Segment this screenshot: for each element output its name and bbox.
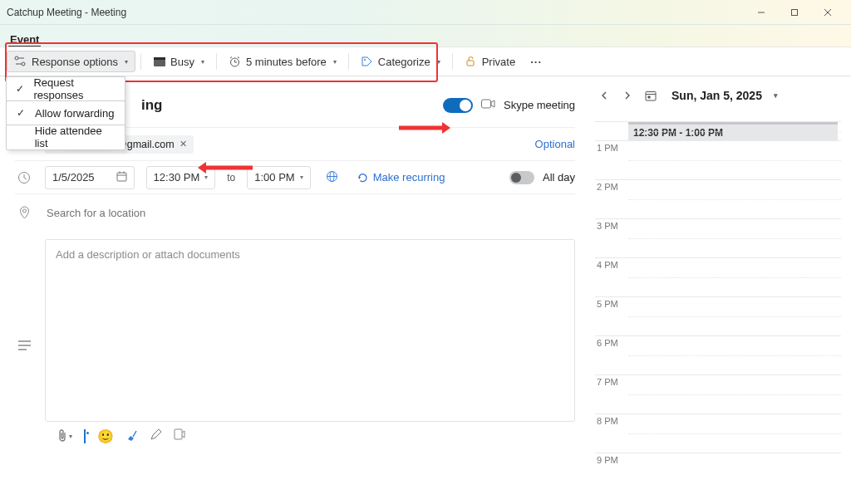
maximize-button[interactable] [778,0,811,25]
skype-label: Skype meeting [504,99,575,111]
hour-label: 6 PM [595,338,625,348]
insert-image-button[interactable] [84,430,86,443]
minimize-icon [757,8,765,17]
description-icon [15,231,33,450]
pen-icon [150,428,162,441]
hour-label: 1 PM [595,143,625,153]
apps-button[interactable] [174,428,185,443]
chevron-down-icon: ▾ [300,174,303,181]
private-button[interactable]: Private [458,51,522,72]
location-input[interactable] [45,206,575,220]
minimize-button[interactable] [745,0,778,25]
remove-attendee-icon[interactable]: ✕ [180,139,187,149]
reminder-button[interactable]: 5 minutes before ▾ [222,51,343,72]
check-icon: ✓ [15,83,25,95]
response-options-label: Response options [32,56,118,68]
start-time-picker[interactable]: 12:30 PM ▾ [146,166,216,189]
calendar-today-icon [645,90,657,101]
svg-rect-16 [467,61,474,66]
day-timeline[interactable]: 12:30 PM - 1:00 PM 1 PM 2 PM 3 PM 4 PM 5… [595,121,841,478]
hour-label: 3 PM [595,221,625,231]
paperclip-icon [57,429,68,443]
close-button[interactable] [811,0,844,25]
end-time-value: 1:00 PM [254,171,294,183]
check-icon: ✓ [15,107,27,119]
svg-point-4 [15,56,18,60]
menu-item-label: Request responses [33,76,116,101]
categorize-label: Categorize [378,56,430,68]
menu-item-request-responses[interactable]: ✓ Request responses [6,76,125,101]
camera-icon [481,99,495,111]
brush-icon [125,428,138,441]
make-recurring-link[interactable]: Make recurring [357,171,445,183]
svg-line-14 [238,56,239,58]
svg-point-15 [364,59,366,61]
format-painter-button[interactable] [125,428,138,443]
location-row [15,194,575,231]
allday-toggle[interactable] [509,171,534,184]
datetime-row: 1/5/2025 12:30 PM ▾ to 1:00 PM ▾ [15,161,575,194]
tag-icon [361,56,373,68]
recurring-icon [357,172,368,183]
chevron-down-icon: ▾ [333,58,337,66]
description-textarea[interactable]: Add a description or attach documents [45,239,575,422]
svg-rect-40 [175,429,182,439]
hour-label: 4 PM [595,260,625,270]
busy-button[interactable]: Busy ▾ [146,51,211,72]
lock-icon [465,56,477,68]
skype-toggle[interactable] [443,98,473,113]
chevron-down-icon: ▾ [774,91,778,100]
ribbon-divider [140,53,141,70]
svg-rect-9 [154,57,165,60]
close-icon [824,8,832,17]
tab-event[interactable]: Event [8,27,41,47]
schedule-panel: Sun, Jan 5, 2025 ▾ 12:30 PM - 1:00 PM 1 … [592,76,851,504]
start-time-value: 12:30 PM [154,171,200,183]
schedule-date: Sun, Jan 5, 2025 [671,89,762,102]
chevron-left-icon [601,91,608,100]
svg-line-13 [230,56,232,58]
hour-label: 8 PM [595,416,625,426]
maximize-icon [790,8,799,17]
hour-label: 2 PM [595,182,625,192]
response-options-button[interactable]: Response options ▾ [7,51,135,72]
private-label: Private [482,56,515,68]
timezone-button[interactable] [326,170,338,185]
svg-point-6 [22,62,25,66]
busy-label: Busy [170,56,194,68]
hour-label: 7 PM [595,377,625,387]
busy-icon [153,56,165,68]
image-icon [84,429,86,443]
menu-item-allow-forwarding[interactable]: ✓ Allow forwarding [6,100,125,125]
attach-button[interactable]: ▾ [57,429,72,443]
response-options-menu: ✓ Request responses ✓ Allow forwarding H… [6,76,125,150]
tab-strip: Event [0,25,851,46]
date-picker[interactable]: 1/5/2025 [45,166,135,189]
to-label: to [227,172,235,183]
next-day-button[interactable] [620,88,635,103]
categorize-button[interactable]: Categorize ▾ [354,51,447,72]
ribbon-divider [452,53,453,70]
emoji-button[interactable]: 🙂 [97,428,114,444]
menu-item-hide-attendees[interactable]: Hide attendee list [7,125,125,149]
menu-item-label: Hide attendee list [35,125,116,149]
allday-label: All day [543,171,575,183]
date-value: 1/5/2025 [52,171,95,183]
signature-button[interactable] [150,428,162,443]
clock-icon [15,171,33,184]
more-options-button[interactable]: ··· [524,56,548,68]
end-time-picker[interactable]: 1:00 PM ▾ [247,166,310,189]
optional-attendees-link[interactable]: Optional [535,138,575,150]
chevron-right-icon [624,91,631,100]
svg-rect-21 [482,100,491,108]
svg-rect-41 [646,92,656,101]
today-button[interactable] [643,88,658,103]
location-icon [15,206,33,220]
window-title: Catchup Meeting - Meeting [7,7,126,18]
hour-label: 9 PM [595,455,625,465]
svg-rect-1 [792,9,798,15]
alarm-icon [229,56,241,68]
prev-day-button[interactable] [597,88,612,103]
svg-point-35 [22,209,26,213]
svg-line-26 [24,178,27,179]
